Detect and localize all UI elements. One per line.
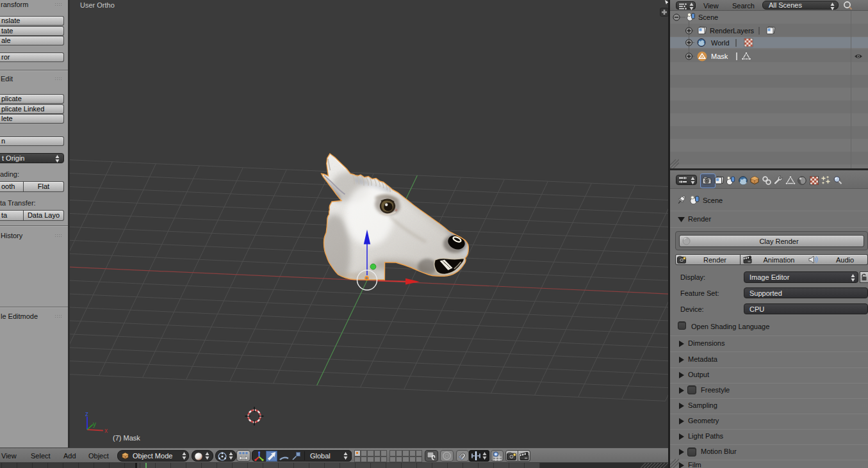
svg-text:z: z <box>85 410 88 417</box>
svg-text:x: x <box>104 427 108 434</box>
svg-text:y: y <box>93 421 96 428</box>
